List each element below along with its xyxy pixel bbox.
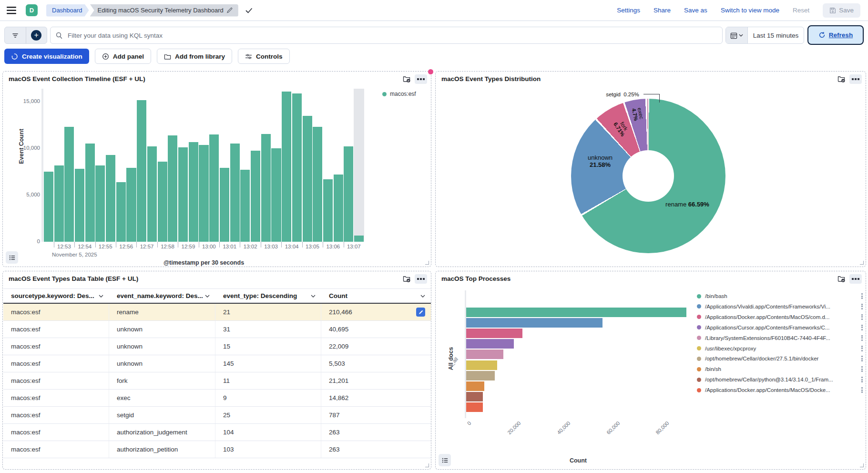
timeline-bar[interactable] bbox=[178, 147, 188, 242]
table-column-header[interactable]: sourcetype.keyword: Des... bbox=[3, 289, 109, 303]
legend-actions-icon[interactable] bbox=[861, 325, 863, 330]
refresh-button[interactable]: Refresh bbox=[807, 25, 864, 45]
panel-options-icon[interactable] bbox=[415, 274, 427, 284]
timeline-bar[interactable] bbox=[116, 182, 126, 242]
donut-chart[interactable] bbox=[571, 99, 725, 253]
menu-icon[interactable] bbox=[7, 6, 17, 15]
legend-actions-icon[interactable] bbox=[861, 314, 863, 320]
breadcrumb-title[interactable]: Editing macOS Security Telemetry Dashboa… bbox=[90, 4, 238, 17]
kql-search-bar[interactable] bbox=[50, 27, 723, 44]
timeline-bar[interactable] bbox=[137, 100, 146, 242]
timeline-bar[interactable] bbox=[230, 144, 240, 242]
timeline-bar[interactable] bbox=[292, 93, 302, 242]
space-avatar[interactable]: D bbox=[26, 4, 38, 16]
time-range-value[interactable]: Last 15 minutes bbox=[748, 27, 804, 43]
panel-list-icon[interactable] bbox=[6, 251, 18, 264]
topbar-link-switch-to-view-mode[interactable]: Switch to view mode bbox=[721, 7, 779, 14]
timeline-bar[interactable] bbox=[313, 127, 322, 242]
process-bar[interactable] bbox=[466, 371, 495, 380]
timeline-bar[interactable] bbox=[323, 179, 333, 242]
create-visualization-button[interactable]: Create visualization bbox=[4, 49, 89, 64]
filter-menu-button[interactable] bbox=[5, 27, 26, 43]
topbar-link-save-as[interactable]: Save as bbox=[684, 7, 707, 14]
timeline-bar[interactable] bbox=[168, 135, 177, 242]
timeline-bar[interactable] bbox=[240, 170, 250, 242]
kql-search-input[interactable] bbox=[67, 31, 717, 40]
timeline-bar[interactable] bbox=[106, 155, 115, 242]
timeline-bar[interactable] bbox=[158, 162, 167, 242]
timeline-bar[interactable] bbox=[95, 165, 105, 242]
legend-actions-icon[interactable] bbox=[861, 346, 863, 351]
process-bar[interactable] bbox=[466, 308, 686, 317]
table-column-header[interactable]: event_name.keyword: Des... bbox=[109, 289, 215, 303]
save-button[interactable]: Save bbox=[823, 3, 860, 18]
time-picker-calendar-button[interactable] bbox=[726, 27, 748, 43]
process-bar[interactable] bbox=[466, 318, 602, 328]
legend-item[interactable]: /opt/homebrew/Cellar/docker/27.5.1/bin/d… bbox=[697, 356, 863, 361]
legend-item[interactable]: /Applications/Docker.app/Contents/MacOS/… bbox=[697, 314, 863, 320]
sort-chevron-icon[interactable] bbox=[311, 295, 316, 298]
row-edit-icon[interactable] bbox=[416, 308, 425, 317]
process-bar[interactable] bbox=[466, 392, 483, 401]
panel-resize-handle[interactable] bbox=[425, 261, 429, 265]
legend-item[interactable]: /Library/SystemExtensions/F6010B4C-7440-… bbox=[697, 335, 863, 341]
legend-actions-icon[interactable] bbox=[861, 366, 863, 372]
timeline-bar[interactable] bbox=[64, 127, 74, 242]
topbar-link-share[interactable]: Share bbox=[654, 7, 671, 14]
controls-button[interactable]: Controls bbox=[238, 49, 290, 64]
table-column-header[interactable]: Count bbox=[321, 289, 431, 303]
timeline-bar[interactable] bbox=[199, 145, 208, 242]
legend-item[interactable]: /bin/sh bbox=[697, 366, 863, 372]
legend-item[interactable]: /Applications/Docker.app/Contents/MacOS/… bbox=[697, 387, 863, 393]
timeline-bar[interactable] bbox=[209, 134, 219, 242]
breadcrumb-dashboard[interactable]: Dashboard bbox=[46, 4, 89, 17]
process-bar[interactable] bbox=[466, 381, 484, 391]
timeline-bar[interactable] bbox=[54, 165, 64, 242]
sort-chevron-icon[interactable] bbox=[99, 295, 103, 298]
timeline-bar[interactable] bbox=[44, 172, 53, 242]
panel-options-icon[interactable] bbox=[849, 74, 862, 84]
timeline-bar[interactable] bbox=[251, 151, 260, 242]
timeline-bar[interactable] bbox=[147, 146, 157, 242]
legend-actions-icon[interactable] bbox=[861, 335, 863, 341]
timeline-bar[interactable] bbox=[344, 146, 353, 242]
sort-chevron-icon[interactable] bbox=[420, 295, 425, 298]
timeline-bar[interactable] bbox=[334, 175, 343, 242]
sort-chevron-icon[interactable] bbox=[205, 295, 210, 298]
add-filter-button[interactable]: + bbox=[26, 27, 47, 43]
timeline-bar[interactable] bbox=[282, 92, 291, 242]
timeline-bar[interactable] bbox=[261, 134, 271, 242]
save-to-library-icon[interactable] bbox=[403, 275, 411, 283]
legend-actions-icon[interactable] bbox=[861, 293, 863, 299]
panel-options-icon[interactable] bbox=[415, 74, 427, 84]
timeline-bar[interactable] bbox=[271, 148, 281, 242]
panel-resize-handle[interactable] bbox=[860, 463, 864, 467]
process-bar[interactable] bbox=[466, 329, 522, 338]
add-panel-button[interactable]: Add panel bbox=[95, 49, 151, 64]
timeline-bar[interactable] bbox=[189, 142, 198, 242]
legend-actions-icon[interactable] bbox=[861, 387, 863, 393]
legend-actions-icon[interactable] bbox=[861, 356, 863, 361]
save-to-library-icon[interactable] bbox=[837, 275, 846, 283]
table-column-header[interactable]: event_type: Descending bbox=[215, 289, 321, 303]
legend-actions-icon[interactable] bbox=[861, 377, 863, 382]
panel-list-icon[interactable] bbox=[439, 454, 451, 466]
topbar-link-settings[interactable]: Settings bbox=[617, 7, 640, 14]
timeline-bar[interactable] bbox=[126, 168, 136, 242]
panel-resize-handle[interactable] bbox=[860, 261, 864, 265]
timeline-bar[interactable] bbox=[220, 168, 229, 242]
process-bar[interactable] bbox=[466, 339, 514, 349]
save-to-library-icon[interactable] bbox=[403, 75, 411, 83]
timeline-bar[interactable] bbox=[75, 169, 84, 242]
process-bar[interactable] bbox=[466, 350, 503, 359]
save-to-library-icon[interactable] bbox=[837, 75, 846, 83]
process-bar[interactable] bbox=[466, 360, 497, 370]
legend-item[interactable]: /usr/libexec/xpcproxy bbox=[697, 346, 863, 351]
process-bar[interactable] bbox=[466, 402, 483, 412]
legend-actions-icon[interactable] bbox=[861, 304, 863, 309]
panel-resize-handle[interactable] bbox=[425, 463, 429, 467]
timeline-bar[interactable] bbox=[85, 144, 95, 242]
add-from-library-button[interactable]: Add from library bbox=[157, 49, 232, 64]
legend-item[interactable]: /Applications/Vivaldi.app/Contents/Frame… bbox=[697, 304, 863, 309]
reset-button[interactable]: Reset bbox=[793, 7, 809, 14]
